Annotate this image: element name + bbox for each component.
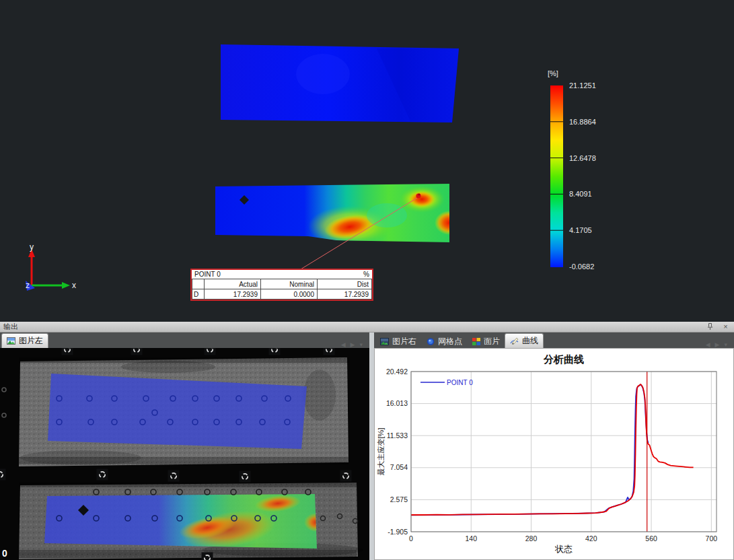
tab-facets-label: 面片 [484,336,500,347]
chart-title: 分析曲线 [543,353,584,365]
annotation-table[interactable]: POINT 0 % ActualNominalDistD17.29390.000… [190,269,373,301]
color-scale-unit: [%] [548,69,558,77]
legend-label: POINT 0 [447,379,473,386]
y-tick-label: -1.905 [388,528,408,536]
tab-image-left[interactable]: 图片左 [1,333,48,348]
picture-icon [7,337,16,345]
tab-image-right[interactable]: 图片右 [375,335,421,348]
output-panel-titlebar: 输出 × [0,322,734,332]
x-tick-label: 280 [525,534,538,542]
color-scale-tick-label: 4.1705 [569,226,616,234]
z-axis-label: z [26,281,30,290]
tab-grid-points-label: 网格点 [438,336,462,347]
axis-triad: y x z [26,242,76,291]
analysis-curve-view[interactable]: 分析曲线20.49216.01311.5337.0542.575-1.90501… [374,348,734,560]
left-image-panel: 图片左 ◀▶▾ [0,332,369,560]
output-panel-body: 图片左 ◀▶▾ [0,332,734,560]
y-tick-label: 11.533 [387,431,408,440]
fiducial-marker-icon [324,348,335,355]
point-marker[interactable] [416,193,420,198]
annotation-cell: 17.2939 [205,289,261,300]
y-tick-label: 7.054 [390,463,408,471]
right-tabbar: 图片右 网格点 面片 [374,332,734,348]
facet-icon [472,337,481,346]
left-tabbar: 图片左 ◀▶▾ [0,332,369,348]
fiducial-marker-icon [168,470,180,482]
x-axis-label: x [72,281,76,290]
x-tick-label: 0 [409,534,413,542]
annotation-cell: 0.0000 [261,289,318,300]
annotation-column-header [192,279,205,289]
left-tab-scroll-arrows[interactable]: ◀▶▾ [341,341,369,348]
3d-strain-view[interactable]: y x z [%] 21.125116.886412.64788.40914.1… [0,0,734,322]
x-tick-label: 560 [645,534,657,542]
color-scale-tick-label: 21.1251 [569,81,616,90]
output-panel-title: 输出 [3,322,18,330]
y-axis-title: 最大主应变[%] [377,428,385,476]
y-axis-label: y [30,242,34,252]
application-window: y x z [%] 21.125116.886412.64788.40914.1… [0,0,734,560]
specimen-top [221,44,459,123]
annotation-table-grid: ActualNominalDistD17.29390.000017.2939 [192,279,372,300]
annotation-unit: % [363,270,369,279]
tab-curve[interactable]: 曲线 [505,333,544,348]
fiducial-marker-icon [131,348,143,355]
right-analysis-panel: 图片右 网格点 面片 [374,332,734,560]
tab-grid-points[interactable]: 网格点 [421,335,467,348]
picture-icon [380,337,390,346]
tab-image-right-label: 图片右 [392,336,416,347]
x-tick-label: 700 [706,534,718,542]
annotation-point-name: POINT 0 [194,270,221,279]
annotation-column-header: Actual [205,279,261,289]
grid-point-icon [426,337,435,346]
stage-number-label: 0 [2,548,7,559]
annotation-cell: D [192,289,205,300]
right-tab-scroll-arrows[interactable]: ◀▶▾ [706,341,734,348]
annotation-cell: 17.2939 [318,289,372,300]
y-tick-label: 2.575 [390,495,408,503]
x-tick-label: 140 [466,534,478,542]
color-scale-tick-label: -0.0682 [569,262,616,271]
fiducial-marker-icon [240,471,251,483]
fiducial-marker-icon [340,470,352,482]
fiducial-marker-icon [0,469,6,481]
color-scale-tick-label: 8.4091 [569,190,616,198]
fiducial-marker-icon [202,553,213,560]
strain-overlay-top [48,374,307,449]
annotation-column-header: Nominal [261,279,318,289]
fiducial-marker-icon [205,348,216,355]
fiducial-marker-icon [97,469,108,481]
y-tick-label: 20.492 [386,368,408,376]
tab-curve-label: 曲线 [522,335,538,347]
tab-facets[interactable]: 面片 [467,335,505,348]
color-scale-tick-label: 16.8864 [569,118,616,126]
fiducial-marker-icon [62,348,73,355]
left-camera-image[interactable]: 0 [0,348,369,560]
specimen-bottom [215,184,464,246]
fiducial-marker-icon [269,348,281,355]
color-scale-bar [550,85,563,267]
y-tick-label: 16.013 [386,399,408,407]
curve-icon [510,337,519,345]
x-tick-label: 420 [585,534,597,542]
annotation-column-header: Dist [318,279,372,289]
analysis-chart[interactable]: 分析曲线20.49216.01311.5337.0542.575-1.90501… [375,349,733,559]
x-axis-arrow-icon [62,282,70,289]
color-scale-tick-label: 12.6478 [569,154,616,162]
tab-image-left-label: 图片左 [19,335,43,347]
close-icon[interactable]: × [721,322,730,331]
pin-icon[interactable] [706,322,714,331]
x-axis-title: 状态 [554,544,573,554]
